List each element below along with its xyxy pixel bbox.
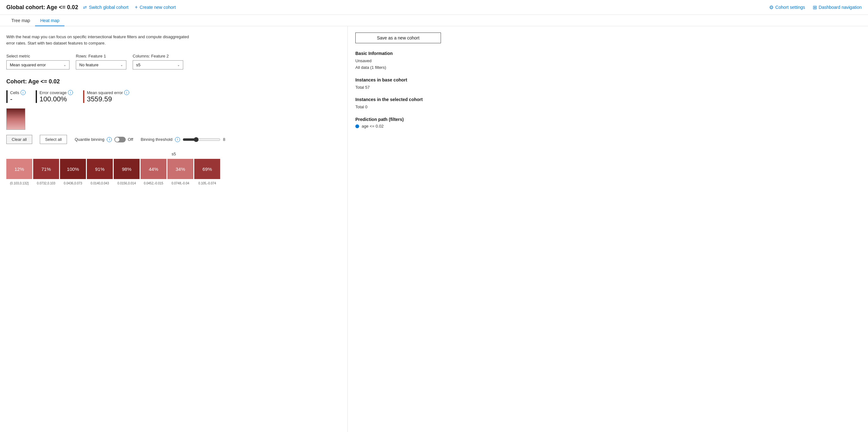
- heatmap-cell[interactable]: 34%: [167, 159, 193, 179]
- cols-label: Columns: Feature 2: [133, 54, 183, 58]
- basic-info-filters: All data (1 filters): [355, 64, 441, 71]
- basic-info-title: Basic Information: [355, 51, 441, 56]
- cohort-settings-button[interactable]: Cohort settings: [769, 4, 805, 10]
- rows-value: No feature: [79, 63, 98, 67]
- toggle-thumb: [115, 137, 119, 142]
- cells-legend-item: Cells i -: [6, 90, 26, 103]
- mse-info: Mean squared error i 3559.59: [87, 90, 129, 103]
- cells-label: Cells: [10, 90, 19, 95]
- grid-icon: [813, 4, 817, 10]
- quantile-group: Quantile binning i Off: [74, 137, 133, 143]
- mse-bar: [83, 90, 84, 103]
- mse-value: 3559.59: [87, 95, 129, 103]
- heatmap-cell[interactable]: 69%: [194, 159, 220, 179]
- heatmap-gradient-preview: [6, 108, 25, 130]
- filter-dot-icon: [355, 124, 359, 128]
- clear-all-button[interactable]: Clear all: [6, 135, 32, 144]
- binning-slider[interactable]: [183, 137, 220, 142]
- dashboard-navigation-button[interactable]: Dashboard navigation: [813, 4, 862, 10]
- cols-selector-group: Columns: Feature 2 s5 ⌄: [133, 54, 183, 69]
- xaxis-label: 0.0452,-0.015: [141, 182, 166, 185]
- tab-tree-map[interactable]: Tree map: [6, 15, 35, 26]
- xaxis-label: 0.105,-0.074: [194, 182, 220, 185]
- heatmap-cell[interactable]: 12%: [6, 159, 32, 179]
- instances-selected-title: Instances in the selected cohort: [355, 97, 441, 102]
- heatmap-cell[interactable]: 100%: [60, 159, 86, 179]
- controls-row: Clear all Select all Quantile binning i …: [6, 135, 341, 144]
- main-container: With the heat map you can focus on speci…: [0, 26, 868, 432]
- global-cohort-title: Global cohort: Age <= 0.02: [6, 4, 78, 11]
- cells-info-icon[interactable]: i: [21, 90, 26, 95]
- xaxis-label: (0.103,0.132]: [6, 182, 32, 185]
- gear-icon: [769, 4, 774, 10]
- heatmap-cell[interactable]: 44%: [141, 159, 166, 179]
- header-right: Cohort settings Dashboard navigation: [769, 4, 862, 10]
- error-coverage-legend-item: Error coverage i 100.00%: [36, 90, 73, 103]
- content-area: With the heat map you can focus on speci…: [0, 26, 347, 432]
- heatmap-cell[interactable]: 91%: [87, 159, 113, 179]
- error-coverage-value: 100.00%: [39, 95, 73, 103]
- error-coverage-label: Error coverage: [39, 90, 67, 95]
- binning-label: Binning threshold: [141, 137, 173, 142]
- rows-label: Rows: Feature 1: [76, 54, 126, 58]
- switch-icon: [83, 5, 87, 10]
- xaxis-labels-row: (0.103,0.132]0.0732,0.1030.0436,0.0730.0…: [6, 182, 341, 185]
- prediction-path-title: Prediction path (filters): [355, 117, 441, 122]
- instances-base-value: Total 57: [355, 84, 441, 91]
- cells-info: Cells i -: [10, 90, 26, 103]
- switch-global-cohort-button[interactable]: Switch global cohort: [83, 3, 128, 11]
- select-all-button[interactable]: Select all: [40, 135, 67, 144]
- metric-dropdown[interactable]: Mean squared error ⌄: [6, 60, 69, 69]
- quantile-info-icon[interactable]: i: [107, 137, 112, 142]
- xaxis-label: 0.0436,0.073: [60, 182, 86, 185]
- mse-label: Mean squared error: [87, 90, 123, 95]
- toggle-state-label: Off: [128, 137, 133, 142]
- rows-chevron-icon: ⌄: [120, 63, 123, 67]
- cols-chevron-icon: ⌄: [177, 63, 180, 67]
- description-text: With the heat map you can focus on speci…: [6, 34, 189, 46]
- heatmap-cell[interactable]: 98%: [114, 159, 140, 179]
- quantile-toggle[interactable]: Off: [114, 137, 133, 143]
- cohort-title: Cohort: Age <= 0.02: [6, 78, 341, 85]
- cells-bar: [6, 90, 7, 103]
- heatmap-axis-label: s5: [6, 152, 341, 156]
- rows-selector-group: Rows: Feature 1 No feature ⌄: [76, 54, 126, 69]
- rows-dropdown[interactable]: No feature ⌄: [76, 60, 126, 69]
- binning-info-icon[interactable]: i: [175, 137, 180, 142]
- xaxis-label: 0.0140,0.043: [87, 182, 113, 185]
- cells-value: -: [10, 95, 26, 103]
- basic-info-status: Unsaved: [355, 58, 441, 64]
- cols-dropdown[interactable]: s5 ⌄: [133, 60, 183, 69]
- metric-selector-group: Select metric Mean squared error ⌄: [6, 54, 69, 69]
- binning-group: Binning threshold i 8: [141, 137, 225, 142]
- basic-info-section: Basic Information Unsaved All data (1 fi…: [355, 51, 441, 71]
- metric-chevron-icon: ⌄: [63, 63, 66, 67]
- plus-icon: [135, 4, 138, 10]
- xaxis-label: 0.0732,0.103: [33, 182, 59, 185]
- error-coverage-info: Error coverage i 100.00%: [39, 90, 73, 103]
- create-new-cohort-button[interactable]: Create new cohort: [135, 3, 176, 11]
- header-actions: Switch global cohort Create new cohort: [83, 3, 764, 11]
- tab-heat-map[interactable]: Heat map: [35, 15, 64, 26]
- legend-row: Cells i - Error coverage i 100.00%: [6, 90, 341, 103]
- heatmap-cells-row: 12%71%100%91%98%44%34%69%: [6, 159, 341, 179]
- error-coverage-bar: [36, 90, 37, 103]
- prediction-filter: age <= 0.02: [355, 124, 441, 128]
- quantile-label: Quantile binning: [74, 137, 104, 142]
- xaxis-label: 0.0748,-0.04: [167, 182, 193, 185]
- prediction-filter-label: age <= 0.02: [362, 124, 383, 128]
- cols-value: s5: [136, 63, 141, 67]
- mse-legend-item: Mean squared error i 3559.59: [83, 90, 129, 103]
- slider-container: 8: [183, 137, 225, 142]
- selectors-row: Select metric Mean squared error ⌄ Rows:…: [6, 54, 341, 69]
- instances-base-section: Instances in base cohort Total 57: [355, 78, 441, 91]
- tabs: Tree map Heat map: [0, 15, 868, 26]
- toggle-track[interactable]: [114, 137, 126, 143]
- instances-selected-section: Instances in the selected cohort Total 0: [355, 97, 441, 111]
- mse-info-icon[interactable]: i: [124, 90, 129, 95]
- heatmap-cell[interactable]: 71%: [33, 159, 59, 179]
- save-cohort-button[interactable]: Save as a new cohort: [355, 33, 441, 43]
- error-coverage-info-icon[interactable]: i: [68, 90, 73, 95]
- xaxis-label: 0.0156,0.014: [114, 182, 140, 185]
- prediction-path-section: Prediction path (filters) age <= 0.02: [355, 117, 441, 128]
